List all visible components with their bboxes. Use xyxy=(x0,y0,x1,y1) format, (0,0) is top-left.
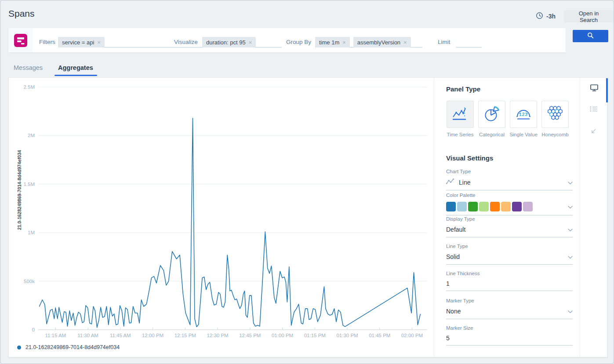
filter-chip[interactable]: service = api × xyxy=(58,37,105,47)
panel-type-label: Single Value xyxy=(509,132,538,137)
x-tick-label: 01:15 PM xyxy=(304,333,326,338)
visualize-label: Visualize xyxy=(174,37,198,47)
line-chart-glyph-icon xyxy=(446,178,455,186)
display-type-value: Default xyxy=(446,226,564,233)
panel-type-time-series[interactable] xyxy=(447,101,474,128)
legend-dot xyxy=(17,346,21,349)
x-tick-label: 12:30 PM xyxy=(207,333,228,338)
chip-close-icon[interactable]: × xyxy=(97,39,101,46)
y-tick-label: 0 xyxy=(32,327,35,332)
query-bar: Filters service = api × Visualize durati… xyxy=(8,28,566,52)
line-chart-icon xyxy=(590,128,597,136)
time-range-selector[interactable]: -3h xyxy=(536,12,556,21)
palette-swatch[interactable] xyxy=(468,202,478,211)
group-by-label: Group By xyxy=(286,37,311,47)
legend-item[interactable]: 21.0-1628249869-7014-8d4d974ef034 xyxy=(17,344,120,350)
palette-swatch[interactable] xyxy=(446,202,456,211)
panel-view-button[interactable] xyxy=(590,84,599,94)
query-source-cell[interactable] xyxy=(8,28,33,52)
active-view-indicator xyxy=(606,78,608,102)
chart-type-label: Chart Type xyxy=(446,169,573,174)
visualize-input[interactable]: duration: pct 95 × xyxy=(202,37,282,47)
panel-type-label: Time Series xyxy=(447,132,474,137)
legend-label: 21.0-1628249869-7014-8d4d974ef034 xyxy=(25,344,120,350)
categorical-icon xyxy=(483,105,501,124)
line-thickness-input[interactable]: 1 xyxy=(446,280,573,291)
panel-type-label: Categorical xyxy=(479,132,505,137)
x-tick-label: 01:45 PM xyxy=(369,333,390,338)
spans-page: Spans -3h Open in Search Filters service… xyxy=(0,0,614,364)
line-type-label: Line Type xyxy=(446,244,573,249)
x-tick-label: 12:00 PM xyxy=(142,333,163,338)
line-thickness-label: Line Thickness xyxy=(446,271,573,276)
marker-size-label: Marker Size xyxy=(446,325,573,331)
display-type-field: Display Type Default xyxy=(446,216,573,237)
honeycomb-icon xyxy=(546,105,564,124)
panel-type-categorical[interactable] xyxy=(478,101,505,128)
chip-close-icon[interactable]: × xyxy=(249,39,252,46)
marker-size-input[interactable]: 5 xyxy=(446,335,573,346)
list-view-button[interactable] xyxy=(590,106,598,114)
chip-close-icon[interactable]: × xyxy=(403,39,407,46)
filters-label: Filters xyxy=(39,37,55,47)
visualize-chip[interactable]: duration: pct 95 × xyxy=(202,37,256,47)
line-thickness-field: Line Thickness 1 xyxy=(446,271,573,291)
tab-aggregates[interactable]: Aggregates xyxy=(58,64,93,71)
palette-swatch[interactable] xyxy=(523,202,533,211)
group-by-chip[interactable]: time 1m × xyxy=(315,37,350,47)
visual-settings-heading: Visual Settings xyxy=(446,154,493,162)
group-by-input[interactable]: time 1m × assemblyVersion × xyxy=(315,37,422,47)
marker-type-select[interactable]: None xyxy=(446,307,573,319)
chart-settings-panel: Panel Type Time Series xyxy=(434,78,580,358)
panel-type-honeycomb[interactable] xyxy=(541,101,569,128)
palette-swatch[interactable] xyxy=(501,202,511,211)
single-value-icon: 123 xyxy=(515,105,532,124)
search-button[interactable] xyxy=(573,30,608,42)
chart-type-select[interactable]: Line xyxy=(446,178,573,190)
palette-swatch[interactable] xyxy=(457,202,467,211)
active-tab-indicator xyxy=(54,75,97,76)
open-in-search-button[interactable]: Open in Search xyxy=(564,10,614,22)
x-tick-label: 02:00 PM xyxy=(401,333,423,338)
panel-type-single-value[interactable]: 123 xyxy=(510,101,537,128)
limit-label: Limit xyxy=(438,37,451,47)
view-toolbar xyxy=(580,78,608,358)
chip-close-icon[interactable]: × xyxy=(342,39,346,46)
x-tick-label: 11:45 AM xyxy=(110,333,131,338)
chevron-down-icon xyxy=(568,203,573,211)
y-tick-label: 1M xyxy=(28,230,35,235)
logs-source-icon xyxy=(14,34,27,47)
palette-swatch[interactable] xyxy=(479,202,489,211)
y-tick-label: 2M xyxy=(28,133,35,138)
color-palette-label: Color Palette xyxy=(446,193,573,198)
chart-type-value: Line xyxy=(459,179,564,186)
y-axis-label: 21.0-1628249869-7014-8d4d974ef034 xyxy=(16,117,22,262)
marker-type-field: Marker Type None xyxy=(446,298,573,319)
marker-type-label: Marker Type xyxy=(446,298,573,303)
line-chart-view-button[interactable] xyxy=(590,128,597,136)
line-thickness-value: 1 xyxy=(446,280,573,287)
display-type-select[interactable]: Default xyxy=(446,226,573,237)
line-type-select[interactable]: Solid xyxy=(446,253,573,265)
chevron-down-icon xyxy=(568,178,573,186)
monitor-icon xyxy=(590,86,599,93)
panel-type-heading: Panel Type xyxy=(446,85,480,93)
display-type-label: Display Type xyxy=(446,216,573,222)
palette-swatch[interactable] xyxy=(490,202,500,211)
timeseries-chart[interactable]: 0500k1M1.5M2M2.5M11:15 AM11:30 AM11:45 A… xyxy=(9,78,434,358)
aggregates-panel: 0500k1M1.5M2M2.5M11:15 AM11:30 AM11:45 A… xyxy=(8,77,607,357)
y-tick-label: 2.5M xyxy=(23,84,35,90)
limit-input[interactable] xyxy=(456,37,482,47)
x-tick-label: 11:30 AM xyxy=(77,333,98,338)
palette-swatches xyxy=(446,202,564,211)
panel-type-options: Time Series Categorical 123 xyxy=(444,101,571,137)
list-icon xyxy=(590,106,598,113)
color-palette-select[interactable] xyxy=(446,202,573,215)
x-tick-label: 01:00 PM xyxy=(272,333,293,338)
palette-swatch[interactable] xyxy=(512,202,522,211)
group-by-chip[interactable]: assemblyVersion × xyxy=(353,37,411,47)
marker-size-value: 5 xyxy=(446,335,573,342)
tab-messages[interactable]: Messages xyxy=(14,64,43,71)
x-tick-label: 12:15 PM xyxy=(174,333,196,338)
chevron-down-icon xyxy=(568,226,573,233)
